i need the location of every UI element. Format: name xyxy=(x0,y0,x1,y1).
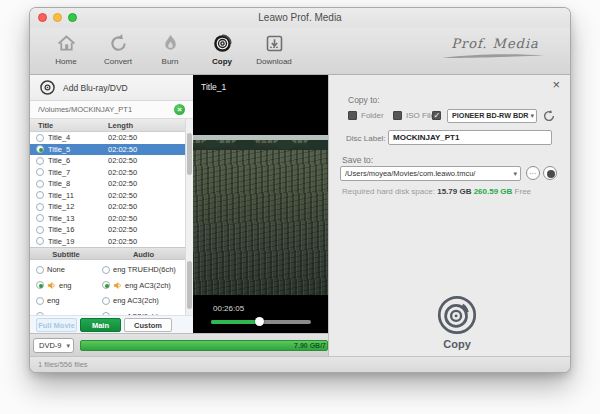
titles-table-header: Title Length xyxy=(30,119,185,132)
capacity-bar: 7.90 GB/7 xyxy=(80,340,328,351)
burner-checkbox[interactable] xyxy=(432,111,441,120)
panel-close-icon[interactable]: × xyxy=(552,77,560,92)
seek-handle[interactable] xyxy=(255,317,264,326)
title-radio[interactable] xyxy=(36,157,44,165)
title-label: Title_12 xyxy=(48,202,74,211)
burner-device-value: PIONEER BD-RW BDR xyxy=(452,111,529,120)
speaker-icon xyxy=(47,281,56,290)
refresh-devices-button[interactable] xyxy=(542,109,556,123)
brand-logo: Prof. Media xyxy=(440,36,550,60)
table-row[interactable]: Title_7 02:02:50 xyxy=(30,167,185,179)
screen: Leawo Prof. Media Home xyxy=(0,0,600,414)
iso-file-checkbox[interactable] xyxy=(393,111,402,120)
audio-option-label: eng AC3(2ch) xyxy=(113,296,159,305)
tab-home[interactable]: Home xyxy=(40,31,92,73)
free-space-value: 260.59 GB xyxy=(474,187,513,196)
copy-settings-panel: × Copy to: Folder ISO File PIONEER BD-RW… xyxy=(328,75,570,356)
title-radio[interactable] xyxy=(36,191,44,199)
table-row[interactable]: Title_19 02:02:50 xyxy=(30,236,185,248)
copy-disc-icon xyxy=(212,33,233,54)
tab-convert[interactable]: Convert xyxy=(92,31,144,73)
subtitle-option-label: eng xyxy=(59,281,72,290)
file-count-status: 1 files/556 files xyxy=(38,360,88,369)
tab-download-label: Download xyxy=(256,57,292,66)
audio-radio[interactable] xyxy=(102,281,110,289)
subtitle-option-label: eng xyxy=(47,296,60,305)
table-row[interactable]: Title_4 02:02:50 xyxy=(30,132,185,144)
subtitle-option[interactable]: eng xyxy=(36,293,100,309)
tab-download[interactable]: Download xyxy=(248,31,300,73)
title-radio[interactable] xyxy=(36,145,44,153)
title-radio[interactable] xyxy=(36,237,44,245)
title-radio[interactable] xyxy=(36,168,44,176)
tab-burn[interactable]: Burn xyxy=(144,31,196,73)
copy-to-label: Copy to: xyxy=(348,95,380,105)
subtitle-option[interactable]: eng xyxy=(36,278,100,294)
open-folder-disc-button[interactable] xyxy=(543,166,557,180)
scrollbar-thumb[interactable] xyxy=(187,261,192,309)
audio-header: Audio xyxy=(102,250,185,259)
audio-radio[interactable] xyxy=(102,297,110,305)
folder-checkbox[interactable] xyxy=(348,111,357,120)
add-bluray-dvd-button[interactable]: Add Blu-ray/DVD xyxy=(30,75,193,101)
subtitle-radio[interactable] xyxy=(36,297,44,305)
title-radio[interactable] xyxy=(36,226,44,234)
copy-target-row: Folder ISO File PIONEER BD-RW BDR ▾ xyxy=(329,109,570,124)
table-row[interactable]: Title_8 02:02:50 xyxy=(30,178,185,190)
full-movie-button[interactable]: Full Movie xyxy=(36,318,77,332)
burn-icon xyxy=(160,33,181,54)
table-row[interactable]: Title_11 02:02:50 xyxy=(30,190,185,202)
logo-underline-flourish xyxy=(440,52,546,60)
disc-label-row: Disc Label: xyxy=(329,130,570,146)
disc-label-input[interactable] xyxy=(388,130,552,145)
speaker-icon xyxy=(113,281,122,290)
required-space-line: Required hard disk space: 15.79 GB 260.5… xyxy=(342,187,531,196)
title-radio[interactable] xyxy=(36,134,44,142)
titles-list: Title_4 02:02:50 Title_5 02:02:50 Title_… xyxy=(30,132,185,247)
title-label: Title_8 xyxy=(48,179,70,188)
scrollbar-thumb[interactable] xyxy=(187,133,192,175)
required-space-value: 15.79 GB xyxy=(437,187,471,196)
title-length: 02:02:50 xyxy=(108,237,137,246)
table-row[interactable]: Title_16 02:02:50 xyxy=(30,224,185,236)
mode-buttons-row: Full Movie Main Movie Custom Mode xyxy=(30,315,193,333)
home-icon xyxy=(56,33,77,54)
audio-option[interactable]: eng AC3(2ch) xyxy=(102,278,185,294)
remove-source-icon[interactable]: × xyxy=(174,104,185,115)
copy-button[interactable]: Copy xyxy=(418,295,496,350)
table-row[interactable]: Title_12 02:02:50 xyxy=(30,201,185,213)
video-frame[interactable] xyxy=(193,135,328,295)
tab-copy[interactable]: Copy xyxy=(196,31,248,73)
table-row[interactable]: Title_5 02:02:50 xyxy=(30,144,185,156)
iso-file-label: ISO File xyxy=(406,111,435,120)
audio-option-label: eng TRUEHD(6ch) xyxy=(113,265,176,274)
audio-radio[interactable] xyxy=(102,266,110,274)
source-path: /Volumes/MOCKINJAY_PT1 xyxy=(38,105,158,114)
burner-device-select[interactable]: PIONEER BD-RW BDR ▾ xyxy=(447,109,537,123)
audio-option[interactable]: eng TRUEHD(6ch) xyxy=(102,262,185,278)
save-path-select[interactable]: /Users/moyea/Movies/com.leawo.tmcu/ ▾ xyxy=(340,166,521,181)
title-radio[interactable] xyxy=(36,214,44,222)
refresh-icon xyxy=(542,109,556,123)
capacity-text: 7.90 GB/7 xyxy=(294,342,326,349)
table-row[interactable]: Title_6 02:02:50 xyxy=(30,155,185,167)
subtitle-option[interactable]: None xyxy=(36,262,100,278)
title-label: Title_5 xyxy=(48,145,70,154)
main-movie-button[interactable]: Main Movie xyxy=(80,318,121,332)
disc-type-value: DVD-9 xyxy=(39,341,62,350)
title-radio[interactable] xyxy=(36,180,44,188)
custom-mode-button[interactable]: Custom Mode xyxy=(124,318,172,332)
browse-button[interactable]: … xyxy=(526,166,540,180)
subtitle-radio[interactable] xyxy=(36,266,44,274)
save-path-value: /Users/moyea/Movies/com.leawo.tmcu/ xyxy=(345,169,475,178)
title-label: Title_4 xyxy=(48,133,70,142)
title-radio[interactable] xyxy=(36,203,44,211)
seek-bar[interactable] xyxy=(211,320,311,324)
audio-option[interactable]: eng AC3(2ch) xyxy=(102,293,185,309)
table-row[interactable]: Title_13 02:02:50 xyxy=(30,213,185,225)
source-path-bar: /Volumes/MOCKINJAY_PT1 × xyxy=(30,101,193,119)
tab-home-label: Home xyxy=(55,57,76,66)
subtitle-radio[interactable] xyxy=(36,281,44,289)
titles-scrollbar[interactable] xyxy=(185,119,193,315)
disc-type-select[interactable]: DVD-9 ▾ xyxy=(33,338,74,353)
